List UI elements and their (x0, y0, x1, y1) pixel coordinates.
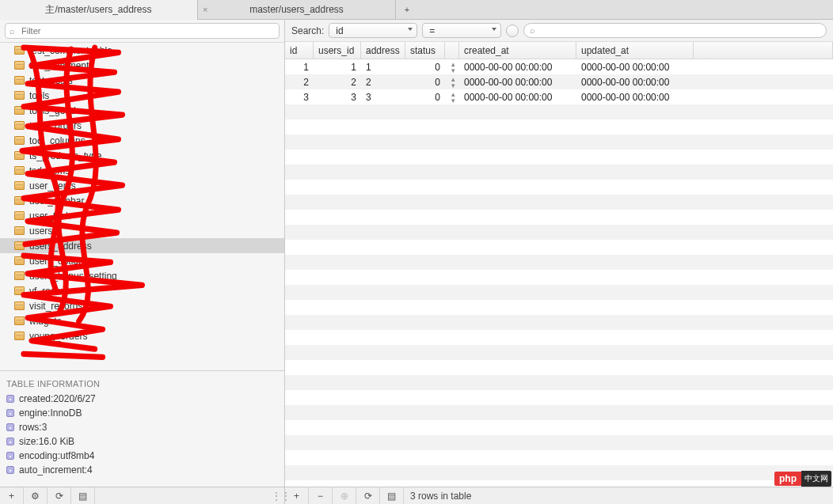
table-list[interactable]: test_comment_abletest_commentstest_posts… (0, 43, 284, 370)
table-item[interactable]: test_posts (0, 73, 284, 88)
settings-button[interactable]: ⚙ (24, 487, 48, 505)
table-item-label: users_bonus_setting (29, 271, 117, 282)
search-value-input[interactable]: ⌕ (523, 23, 827, 38)
col-header-updated[interactable]: updated_at (576, 42, 694, 59)
cell-id[interactable]: 2 (285, 74, 314, 89)
table-item[interactable]: user_task (0, 208, 284, 223)
add-button[interactable]: + (0, 487, 24, 505)
table-item[interactable]: vf_record (0, 283, 284, 298)
cell-address[interactable]: 2 (361, 74, 405, 89)
table-item[interactable]: visit_records (0, 298, 284, 313)
table-item[interactable]: widgets (0, 313, 284, 328)
cell-address[interactable]: 3 (361, 89, 405, 104)
table-icon (14, 271, 25, 280)
cell-status[interactable]: 0 (405, 59, 445, 74)
tab-secondary[interactable]: × master/users_address (198, 0, 396, 20)
col-header-id[interactable]: id (285, 42, 314, 59)
search-icon: ⌕ (530, 25, 535, 35)
grid-body[interactable]: 1110▴▾0000-00-00 00:00:000000-00-00 00:0… (285, 59, 833, 487)
cell-stepper[interactable]: ▴▾ (445, 74, 459, 89)
bullet-icon: ▪ (6, 395, 14, 403)
bullet-icon: ▪ (6, 466, 14, 474)
col-header-users-id[interactable]: users_id (314, 42, 361, 59)
table-item[interactable]: test_comments (0, 58, 284, 73)
cell-address[interactable]: 1 (361, 59, 405, 74)
table-item[interactable]: users_bonus_setting (0, 268, 284, 283)
table-information: TABLE INFORMATION ▪created: 2020/6/27 ▪e… (0, 370, 284, 487)
table-item[interactable]: ts_products_type (0, 148, 284, 163)
grid-header: id users_id address status created_at up… (285, 42, 833, 59)
cell-stepper[interactable]: ▴▾ (445, 59, 459, 74)
refresh-grid-button[interactable]: ⟳ (356, 487, 380, 505)
table-item[interactable]: users (0, 223, 284, 238)
cell-id[interactable]: 1 (285, 59, 314, 74)
table-icon (14, 76, 25, 85)
search-label: Search: (291, 25, 324, 36)
search-field-select[interactable]: id (329, 23, 417, 38)
new-tab-button[interactable]: + (396, 0, 418, 20)
table-item[interactable]: tools (0, 88, 284, 103)
table-item[interactable]: test_comment_able (0, 43, 284, 58)
table-row[interactable]: 1110▴▾0000-00-00 00:00:000000-00-00 00:0… (285, 59, 833, 74)
table-item-label: tools (29, 90, 49, 101)
cell-stepper[interactable]: ▴▾ (445, 89, 459, 104)
table-row[interactable]: 3330▴▾0000-00-00 00:00:000000-00-00 00:0… (285, 89, 833, 104)
search-operator-select[interactable]: = (422, 23, 501, 38)
cell-id[interactable]: 3 (285, 89, 314, 104)
cell-updated[interactable]: 0000-00-00 00:00:00 (576, 89, 694, 104)
tab-primary[interactable]: 主/master/users_address (0, 0, 198, 20)
table-item[interactable]: tool_columns (0, 133, 284, 148)
table-item[interactable]: tsd_items (0, 163, 284, 178)
stepper-icon: ▴▾ (451, 61, 455, 74)
table-item[interactable]: users_address (0, 238, 284, 253)
filter-input[interactable] (5, 23, 280, 39)
table-row[interactable]: 2220▴▾0000-00-00 00:00:000000-00-00 00:0… (285, 74, 833, 89)
watermark-left: php (774, 472, 801, 486)
col-header-address[interactable]: address (361, 42, 405, 59)
empty-row (285, 300, 833, 315)
col-header-status[interactable]: status (405, 42, 445, 59)
table-icon (14, 91, 25, 100)
empty-row (285, 135, 833, 150)
table-item-label: users_options (29, 256, 89, 267)
cell-created[interactable]: 0000-00-00 00:00:00 (459, 89, 576, 104)
table-item-label: user_items (29, 180, 76, 191)
cell-users-id[interactable]: 1 (314, 59, 361, 74)
clear-search-button[interactable] (506, 25, 519, 37)
cell-users-id[interactable]: 3 (314, 89, 361, 104)
empty-row (285, 435, 833, 450)
refresh-button[interactable]: ⟳ (48, 487, 71, 505)
sidebar: ⌕ test_comment_abletest_commentstest_pos… (0, 20, 285, 504)
empty-row (285, 390, 833, 405)
empty-row (285, 240, 833, 255)
empty-row (285, 315, 833, 330)
resize-handle[interactable]: ⋮⋮ (272, 491, 284, 502)
cell-created[interactable]: 0000-00-00 00:00:00 (459, 59, 576, 74)
cell-users-id[interactable]: 2 (314, 74, 361, 89)
table-item[interactable]: user_sidebar (0, 193, 284, 208)
cell-updated[interactable]: 0000-00-00 00:00:00 (576, 59, 694, 74)
table-item-label: visit_records (29, 301, 82, 312)
cell-status[interactable]: 0 (405, 89, 445, 104)
gear-icon: ⚙ (31, 491, 40, 502)
remove-row-button[interactable]: − (309, 487, 333, 505)
cell-created[interactable]: 0000-00-00 00:00:00 (459, 74, 576, 89)
table-item[interactable]: users_options (0, 253, 284, 268)
terminal-icon: ▤ (78, 491, 87, 502)
close-icon[interactable]: × (203, 5, 207, 14)
cell-status[interactable]: 0 (405, 74, 445, 89)
table-icon (14, 332, 25, 340)
table-item[interactable]: user_items (0, 178, 284, 193)
table-item[interactable]: tools_orders (0, 118, 284, 133)
cell-updated[interactable]: 0000-00-00 00:00:00 (576, 74, 694, 89)
bullet-icon: ▪ (6, 438, 14, 445)
sql-console-button[interactable]: ▤ (380, 487, 404, 505)
duplicate-row-button[interactable]: ⊕ (333, 487, 356, 505)
col-header-created[interactable]: created_at (459, 42, 576, 59)
table-item[interactable]: tools_goods (0, 103, 284, 118)
empty-row (285, 360, 833, 375)
empty-row (285, 375, 833, 390)
console-button[interactable]: ▤ (71, 487, 95, 505)
table-item-label: user_task (29, 210, 70, 222)
table-item[interactable]: young_orders (0, 328, 284, 343)
